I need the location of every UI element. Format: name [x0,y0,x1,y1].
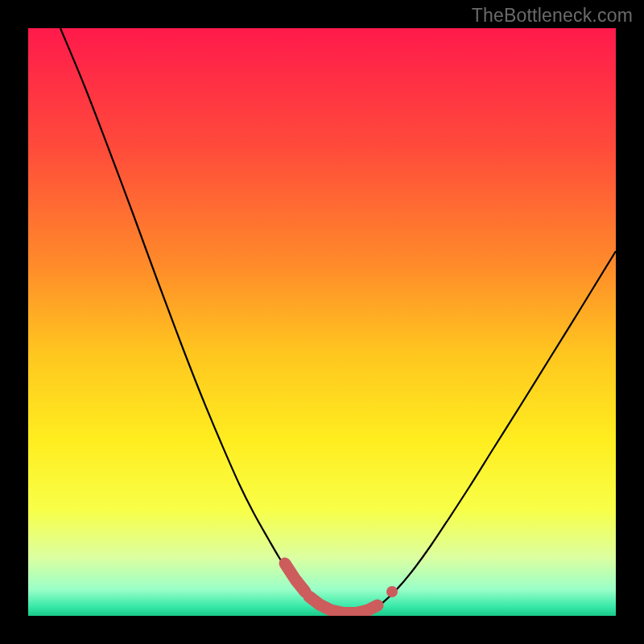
watermark-text: TheBottleneck.com [472,5,633,27]
marker-segment [309,597,378,613]
curve-left-arm [60,28,305,592]
marker-isolated-dot [386,586,398,597]
curve-right-arm [382,251,616,603]
marker-segment [285,564,305,592]
chart-frame: TheBottleneck.com [0,0,644,644]
plot-area [28,28,616,616]
curve-layer [28,28,616,616]
